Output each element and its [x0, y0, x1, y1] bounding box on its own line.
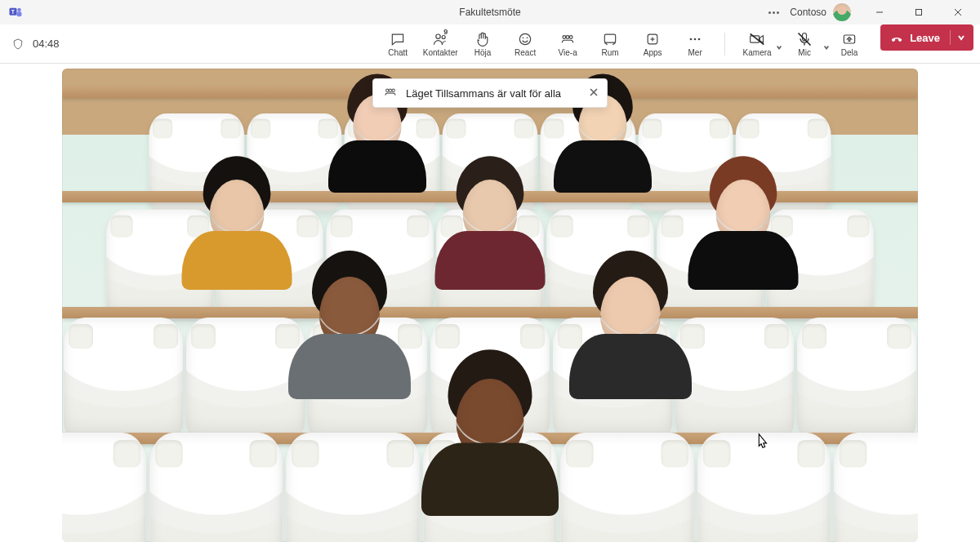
- titlebar: T Fakultetsmöte Contoso: [0, 0, 980, 24]
- participant: [426, 370, 555, 516]
- leave-button[interactable]: Leave: [880, 24, 973, 51]
- seat: [186, 318, 305, 440]
- svg-point-27: [386, 89, 389, 91]
- svg-point-11: [523, 38, 524, 39]
- participant: [573, 269, 688, 399]
- seat: [675, 318, 795, 440]
- more-button[interactable]: Mer: [674, 24, 716, 64]
- rooms-label: Rum: [602, 49, 619, 57]
- apps-icon: [644, 31, 661, 47]
- seat: [797, 318, 916, 440]
- seat: [64, 318, 183, 440]
- svg-point-21: [694, 38, 697, 41]
- more-title-icon[interactable]: [764, 11, 783, 14]
- react-label: React: [514, 49, 536, 57]
- svg-rect-16: [604, 34, 615, 42]
- svg-point-9: [442, 36, 445, 39]
- shield-icon: [11, 38, 24, 51]
- svg-rect-5: [916, 10, 922, 16]
- seat: [834, 433, 918, 542]
- together-mode-toast: Läget Tillsammans är valt för alla: [372, 78, 608, 108]
- raise-label: Höja: [474, 49, 492, 57]
- svg-point-13: [563, 36, 566, 39]
- user-avatar[interactable]: [833, 3, 851, 21]
- org-name: Contoso: [790, 7, 826, 18]
- more-label: Mer: [688, 49, 702, 57]
- svg-point-15: [569, 36, 572, 39]
- svg-point-10: [519, 33, 530, 44]
- participant: [185, 172, 288, 290]
- svg-point-14: [566, 36, 569, 39]
- teams-logo-icon: T: [8, 5, 23, 20]
- chat-icon: [390, 31, 406, 47]
- camera-off-icon: [749, 31, 765, 47]
- camera-button[interactable]: Kamera: [733, 24, 781, 64]
- close-window-button[interactable]: [939, 0, 977, 24]
- meeting-timer: 04:48: [33, 38, 60, 50]
- seat: [149, 433, 283, 542]
- together-mode-stage: Läget Tillsammans är valt för alla: [62, 69, 918, 542]
- camera-label: Kamera: [743, 49, 772, 57]
- raise-hand-button[interactable]: Höja: [461, 24, 504, 64]
- pointer-cursor-icon: [753, 433, 771, 454]
- view-icon: [559, 31, 576, 47]
- react-icon: [517, 31, 533, 47]
- row-bar: [62, 307, 918, 318]
- rooms-icon: [602, 31, 618, 47]
- meeting-toolbar: 04:48 Chatt 9 Kontakter Höja React Vie-a…: [0, 24, 980, 64]
- svg-point-1: [17, 8, 21, 12]
- view-button[interactable]: Vie-a: [546, 24, 589, 64]
- svg-point-12: [527, 38, 528, 39]
- participant: [439, 172, 541, 290]
- rooms-button[interactable]: Rum: [589, 24, 631, 64]
- share-icon: [841, 31, 858, 47]
- seat: [560, 433, 693, 542]
- svg-point-29: [392, 89, 394, 91]
- svg-rect-2: [17, 11, 22, 16]
- react-button[interactable]: React: [504, 24, 546, 64]
- participant: [692, 172, 795, 290]
- apps-button[interactable]: Apps: [631, 24, 674, 64]
- close-icon[interactable]: [589, 87, 599, 100]
- maximize-button[interactable]: [900, 0, 938, 24]
- hangup-icon: [890, 31, 903, 44]
- meeting-stage-wrap: Läget Tillsammans är valt för alla: [0, 64, 980, 551]
- mic-label: Mic: [798, 49, 811, 57]
- share-label: Dela: [841, 49, 858, 57]
- people-count: 9: [443, 28, 448, 36]
- minimize-button[interactable]: [861, 0, 898, 24]
- chevron-down-icon[interactable]: [957, 32, 965, 44]
- chat-label: Chatt: [388, 49, 408, 57]
- svg-point-28: [389, 89, 391, 91]
- apps-label: Apps: [644, 49, 662, 57]
- people-label: Kontakter: [423, 49, 458, 57]
- raise-hand-icon: [474, 31, 491, 47]
- svg-point-8: [436, 34, 440, 38]
- window-title: Fakultetsmöte: [459, 7, 520, 18]
- share-button[interactable]: Dela: [828, 24, 871, 64]
- view-label: Vie-a: [559, 49, 577, 57]
- more-icon: [687, 31, 703, 47]
- chat-button[interactable]: Chatt: [376, 24, 419, 64]
- leave-label: Leave: [910, 32, 940, 44]
- people-button[interactable]: 9 Kontakter: [419, 24, 461, 64]
- together-mode-icon: [383, 85, 398, 102]
- mic-button[interactable]: Mic: [781, 24, 828, 64]
- seat: [287, 433, 420, 542]
- mic-off-icon: [796, 31, 813, 47]
- toolbar-separator: [724, 33, 725, 56]
- toast-text: Läget Tillsammans är valt för alla: [406, 87, 561, 100]
- svg-point-22: [698, 38, 701, 41]
- svg-point-20: [690, 38, 693, 41]
- seat: [62, 433, 146, 542]
- participant: [292, 269, 407, 399]
